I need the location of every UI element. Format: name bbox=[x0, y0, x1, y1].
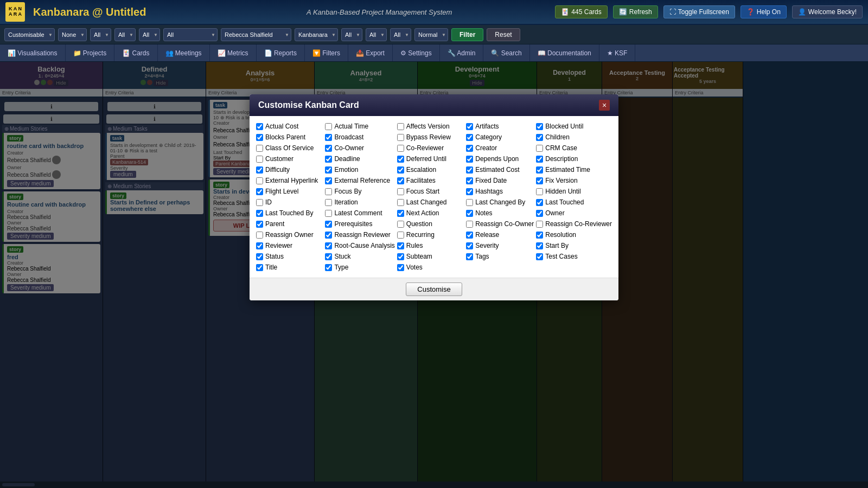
checkbox-actual-cost[interactable] bbox=[256, 123, 263, 130]
checkbox-tags[interactable] bbox=[466, 253, 473, 260]
checkbox-last-changed-by[interactable] bbox=[466, 199, 473, 206]
checkbox-external-reference[interactable] bbox=[325, 177, 332, 184]
checkbox-test-cases[interactable] bbox=[536, 253, 543, 260]
reset-button[interactable]: Reset bbox=[487, 28, 520, 41]
checkbox-hashtags[interactable] bbox=[466, 188, 473, 195]
checkbox-flight-level[interactable] bbox=[256, 188, 263, 195]
filter-none[interactable]: None bbox=[58, 28, 87, 41]
checkbox-notes[interactable] bbox=[466, 210, 473, 217]
checkbox-last-touched[interactable] bbox=[536, 199, 543, 206]
checkbox-type[interactable] bbox=[325, 264, 332, 271]
checkbox-reassign-co-reviewer[interactable] bbox=[536, 221, 543, 228]
checkbox-estimated-time[interactable] bbox=[536, 166, 543, 174]
checkbox-reassign-owner[interactable] bbox=[256, 232, 263, 239]
checkbox-artifacts[interactable] bbox=[466, 123, 473, 130]
checkbox-children[interactable] bbox=[536, 134, 543, 141]
nav-projects[interactable]: 📁 Projects bbox=[66, 44, 115, 61]
checkbox-parent[interactable] bbox=[256, 221, 263, 228]
filter-customisable[interactable]: Customisable bbox=[4, 28, 55, 41]
nav-meetings[interactable]: 👥 Meetings bbox=[158, 44, 210, 61]
checkbox-rules[interactable] bbox=[397, 242, 404, 249]
checkbox-prerequisites[interactable] bbox=[325, 221, 332, 228]
checkbox-reviewer[interactable] bbox=[256, 242, 263, 249]
checkbox-creator[interactable] bbox=[466, 145, 473, 152]
checkbox-deferred-until[interactable] bbox=[397, 156, 404, 163]
checkbox-class-of-service[interactable] bbox=[256, 145, 263, 152]
fullscreen-button[interactable]: ⛶ Toggle Fullscreen bbox=[663, 5, 735, 18]
filter-all7[interactable]: All bbox=[390, 28, 411, 41]
checkbox-deadline[interactable] bbox=[325, 156, 332, 163]
checkbox-votes[interactable] bbox=[397, 264, 404, 271]
filter-all2[interactable]: All bbox=[114, 28, 136, 41]
checkbox-crm-case[interactable] bbox=[536, 145, 543, 152]
cards-count-button[interactable]: 🃏 445 Cards bbox=[555, 5, 607, 18]
filter-user[interactable]: Rebecca Shalfield bbox=[221, 28, 291, 41]
nav-reports[interactable]: 📄 Reports bbox=[257, 44, 305, 61]
checkbox-co-reviewer[interactable] bbox=[397, 145, 404, 152]
checkbox-affects-version[interactable] bbox=[397, 123, 404, 130]
filter-all4[interactable]: All bbox=[163, 28, 218, 41]
checkbox-reassign-reviewer[interactable] bbox=[325, 232, 332, 239]
nav-filters[interactable]: 🔽 Filters bbox=[305, 44, 348, 61]
filter-button[interactable]: Filter bbox=[451, 28, 483, 41]
checkbox-start-by[interactable] bbox=[536, 242, 543, 249]
checkbox-depends-upon[interactable] bbox=[466, 156, 473, 163]
nav-export[interactable]: 📤 Export bbox=[348, 44, 393, 61]
checkbox-severity[interactable] bbox=[466, 242, 473, 249]
checkbox-broadcast[interactable] bbox=[325, 134, 332, 141]
checkbox-emotion[interactable] bbox=[325, 166, 332, 174]
checkbox-focus-by[interactable] bbox=[325, 188, 332, 195]
checkbox-reassign-co-owner[interactable] bbox=[466, 221, 473, 228]
checkbox-bypass-review[interactable] bbox=[397, 134, 404, 141]
checkbox-iteration[interactable] bbox=[325, 199, 332, 206]
nav-documentation[interactable]: 📖 Documentation bbox=[530, 44, 599, 61]
checkbox-question[interactable] bbox=[397, 221, 404, 228]
nav-ksf[interactable]: ★ KSF bbox=[599, 44, 636, 61]
checkbox-blocks-parent[interactable] bbox=[256, 134, 263, 141]
checkbox-last-touched-by[interactable] bbox=[256, 210, 263, 217]
checkbox-latest-comment[interactable] bbox=[325, 210, 332, 217]
nav-search[interactable]: 🔍 Search bbox=[483, 44, 529, 61]
checkbox-next-action[interactable] bbox=[397, 210, 404, 217]
checkbox-id[interactable] bbox=[256, 199, 263, 206]
nav-settings[interactable]: ⚙ Settings bbox=[393, 44, 440, 61]
checkbox-fix-version[interactable] bbox=[536, 177, 543, 184]
refresh-button[interactable]: 🔄 Refresh bbox=[613, 5, 658, 18]
checkbox-last-changed[interactable] bbox=[397, 199, 404, 206]
checkbox-customer[interactable] bbox=[256, 156, 263, 163]
checkbox-estimated-cost[interactable] bbox=[466, 166, 473, 174]
checkbox-external-hyperlink[interactable] bbox=[256, 177, 263, 184]
user-button[interactable]: 👤 Welcome Becky! bbox=[792, 5, 863, 18]
nav-admin[interactable]: 🔧 Admin bbox=[440, 44, 484, 61]
modal-close-button[interactable]: × bbox=[599, 100, 610, 111]
checkbox-focus-start[interactable] bbox=[397, 188, 404, 195]
checkbox-title[interactable] bbox=[256, 264, 263, 271]
checkbox-description[interactable] bbox=[536, 156, 543, 163]
checkbox-resolution[interactable] bbox=[536, 232, 543, 239]
checkbox-actual-time[interactable] bbox=[325, 123, 332, 130]
checkbox-co-owner[interactable] bbox=[325, 145, 332, 152]
checkbox-difficulty[interactable] bbox=[256, 166, 263, 174]
checkbox-root-cause-analysis[interactable] bbox=[325, 242, 332, 249]
nav-metrics[interactable]: 📈 Metrics bbox=[210, 44, 257, 61]
checkbox-hidden-until[interactable] bbox=[536, 188, 543, 195]
checkbox-fixed-date[interactable] bbox=[466, 177, 473, 184]
checkbox-category[interactable] bbox=[466, 134, 473, 141]
filter-all6[interactable]: All bbox=[366, 28, 387, 41]
checkbox-recurring[interactable] bbox=[397, 232, 404, 239]
checkbox-blocked-until[interactable] bbox=[536, 123, 543, 130]
customise-button[interactable]: Customise bbox=[406, 282, 462, 296]
nav-visualisations[interactable]: 📊 Visualisations bbox=[0, 44, 66, 61]
filter-all1[interactable]: All bbox=[90, 28, 111, 41]
nav-cards[interactable]: 🃏 Cards bbox=[114, 44, 157, 61]
checkbox-release[interactable] bbox=[466, 232, 473, 239]
checkbox-subteam[interactable] bbox=[397, 253, 404, 260]
filter-all5[interactable]: All bbox=[341, 28, 362, 41]
checkbox-escalation[interactable] bbox=[397, 166, 404, 174]
help-button[interactable]: ❓ Help On bbox=[741, 5, 787, 18]
checkbox-stuck[interactable] bbox=[325, 253, 332, 260]
checkbox-owner[interactable] bbox=[536, 210, 543, 217]
filter-all3[interactable]: All bbox=[139, 28, 160, 41]
checkbox-facilitates[interactable] bbox=[397, 177, 404, 184]
filter-kanbanara[interactable]: Kanbanara bbox=[295, 28, 338, 41]
